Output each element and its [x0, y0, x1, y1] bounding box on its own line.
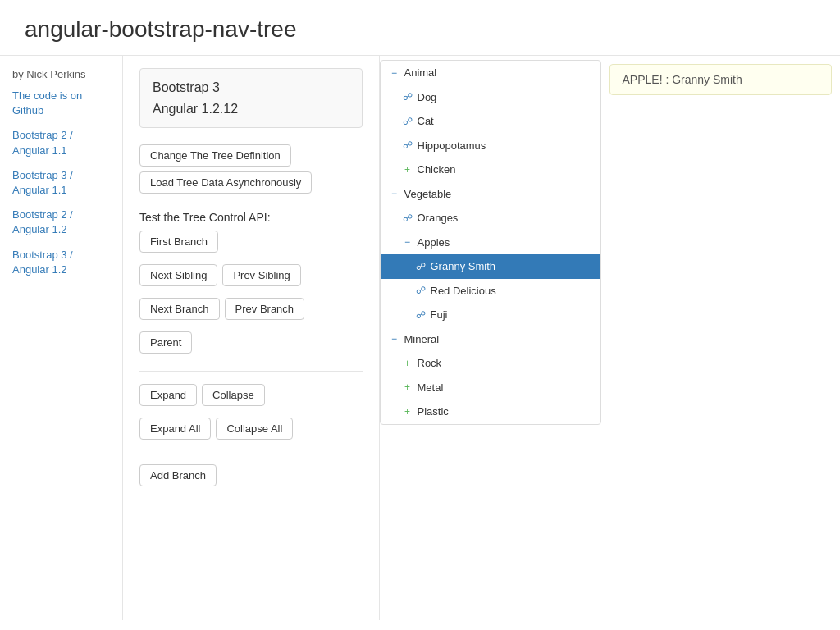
api-row-3: Next Branch Prev Branch — [139, 298, 363, 325]
file-icon: ☍ — [402, 211, 413, 226]
tree-node-13[interactable]: +Rock — [381, 351, 600, 376]
minus-icon: − — [402, 235, 413, 249]
file-icon: ☍ — [402, 138, 413, 153]
collapse-button[interactable]: Collapse — [202, 384, 265, 406]
plus-icon: + — [402, 380, 413, 395]
sidebar-link-4[interactable]: Bootstrap 3 / Angular 1.2 — [12, 248, 110, 277]
change-tree-button[interactable]: Change The Tree Definition — [139, 144, 291, 167]
api-divider — [139, 371, 363, 372]
api-row-5: Expand Collapse — [139, 384, 363, 411]
parent-button[interactable]: Parent — [139, 331, 192, 354]
tree-node-12[interactable]: −Mineral — [381, 327, 600, 352]
file-icon: ☍ — [402, 89, 413, 104]
api-row-4: Parent — [139, 331, 363, 358]
tree-node-label: Chicken — [418, 162, 456, 178]
page-title: angular-bootstrap-nav-tree — [25, 16, 815, 43]
sidebar-by-label: by Nick Perkins — [12, 68, 110, 80]
api-section-label: Test the Tree Control API: — [139, 211, 363, 224]
next-branch-button[interactable]: Next Branch — [139, 298, 220, 320]
sidebar: by Nick Perkins The code is on Github Bo… — [0, 56, 123, 620]
tree-node-label: Granny Smith — [431, 258, 495, 275]
tree-node-label: Dog — [418, 89, 437, 106]
tree-node-1[interactable]: −Animal — [381, 61, 600, 85]
tree-container: −Animal☍Dog☍Cat☍Hippopotamus+Chicken−Veg… — [380, 60, 601, 425]
api-row-1: First Branch — [139, 231, 363, 258]
tree-node-label: Plastic — [418, 404, 449, 420]
collapse-all-button[interactable]: Collapse All — [216, 418, 293, 440]
github-link[interactable]: The code is on Github — [12, 89, 110, 118]
tree-node-9[interactable]: ☍Granny Smith — [381, 254, 600, 279]
tree-node-label: Red Delicious — [431, 283, 496, 299]
next-sibling-button[interactable]: Next Sibling — [139, 264, 217, 286]
tree-node-label: Hippopotamus — [418, 138, 486, 154]
minus-icon: − — [389, 186, 400, 201]
add-branch-button[interactable]: Add Branch — [139, 464, 217, 486]
prev-sibling-button[interactable]: Prev Sibling — [222, 264, 300, 286]
first-branch-button[interactable]: First Branch — [139, 231, 218, 253]
tree-node-label: Animal — [404, 65, 437, 81]
file-icon: ☍ — [415, 283, 427, 298]
info-box: APPLE! : Granny Smith — [609, 64, 833, 95]
file-icon: ☍ — [415, 308, 427, 322]
plus-icon: + — [402, 404, 413, 419]
bootstrap-version: Bootstrap 3 — [153, 77, 349, 98]
sidebar-link-1[interactable]: Bootstrap 2 / Angular 1.1 — [12, 128, 110, 158]
tree-node-15[interactable]: +Plastic — [381, 399, 600, 424]
file-icon: ☍ — [402, 114, 413, 129]
sidebar-link-2[interactable]: Bootstrap 3 / Angular 1.1 — [12, 168, 110, 198]
sidebar-link-3[interactable]: Bootstrap 2 / Angular 1.2 — [12, 208, 110, 237]
tree-node-14[interactable]: +Metal — [381, 376, 600, 400]
tree-node-4[interactable]: ☍Hippopotamus — [381, 134, 600, 158]
version-block: Bootstrap 3 Angular 1.2.12 — [139, 68, 363, 128]
expand-button[interactable]: Expand — [139, 384, 197, 406]
tree-node-label: Oranges — [418, 210, 459, 226]
tree-node-6[interactable]: −Vegetable — [381, 182, 600, 207]
plus-icon: + — [402, 162, 413, 177]
minus-icon: − — [389, 66, 400, 80]
tree-node-3[interactable]: ☍Cat — [381, 109, 600, 134]
tree-node-label: Cat — [418, 113, 434, 130]
main-layout: by Nick Perkins The code is on Github Bo… — [0, 56, 840, 620]
tree-node-5[interactable]: +Chicken — [381, 158, 600, 182]
angular-version: Angular 1.2.12 — [153, 98, 349, 120]
prev-branch-button[interactable]: Prev Branch — [225, 298, 305, 320]
tree-node-8[interactable]: −Apples — [381, 231, 600, 255]
tree-node-11[interactable]: ☍Fuji — [381, 303, 600, 327]
tree-node-label: Mineral — [404, 331, 440, 348]
info-panel: APPLE! : Granny Smith — [601, 56, 841, 620]
tree-node-label: Vegetable — [404, 186, 452, 203]
tree-node-label: Metal — [418, 380, 444, 396]
minus-icon: − — [389, 331, 400, 346]
tree-node-label: Rock — [418, 355, 442, 372]
tree-node-10[interactable]: ☍Red Delicious — [381, 279, 600, 304]
tree-node-2[interactable]: ☍Dog — [381, 85, 600, 110]
page-header: angular-bootstrap-nav-tree — [0, 0, 840, 56]
file-icon: ☍ — [415, 259, 427, 274]
plus-icon: + — [402, 356, 413, 371]
tree-node-label: Fuji — [431, 307, 448, 323]
tree-node-label: Apples — [418, 235, 450, 251]
tree-panel: −Animal☍Dog☍Cat☍Hippopotamus+Chicken−Veg… — [380, 56, 601, 620]
load-async-button[interactable]: Load Tree Data Asynchronously — [139, 171, 312, 194]
api-row-6: Expand All Collapse All — [139, 418, 363, 445]
expand-all-button[interactable]: Expand All — [139, 418, 211, 440]
content-area: Bootstrap 3 Angular 1.2.12 Change The Tr… — [123, 56, 380, 620]
tree-node-7[interactable]: ☍Oranges — [381, 206, 600, 231]
api-row-2: Next Sibling Prev Sibling — [139, 264, 363, 291]
